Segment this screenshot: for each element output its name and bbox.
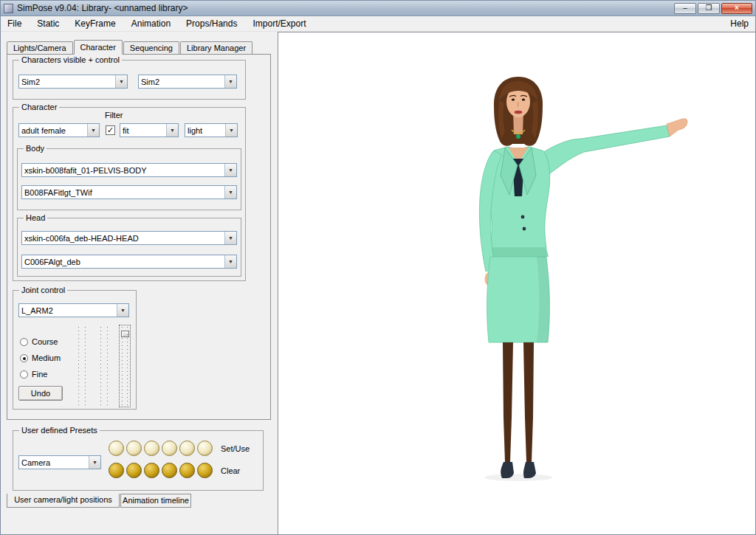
menu-import-export[interactable]: Import/Export — [252, 18, 306, 29]
dropdown-arrow-icon: ▼ — [224, 164, 236, 176]
preset-clear-button[interactable] — [197, 463, 213, 478]
preset-clear-button[interactable] — [144, 463, 159, 478]
joint-slider-x[interactable] — [76, 325, 88, 407]
lips — [515, 111, 523, 114]
jacket-button — [523, 227, 526, 231]
dropdown-arrow-icon: ▼ — [224, 255, 236, 268]
preset-clear-button[interactable] — [162, 463, 177, 478]
body-group-label: Body — [24, 144, 47, 153]
preset-slot-button[interactable] — [197, 441, 213, 456]
tab-animation-timeline[interactable]: Animation timeline — [120, 494, 191, 508]
tab-strip: Lights/Camera Character Sequencing Libra… — [7, 39, 253, 54]
dropdown-arrow-icon: ▼ — [166, 124, 178, 137]
joint-select[interactable]: L_ARM2 ▼ — [18, 303, 129, 317]
joint-slider-z[interactable] — [119, 325, 131, 407]
eye-right — [522, 98, 525, 100]
floor-shadow — [484, 474, 552, 481]
dropdown-arrow-icon: ▼ — [115, 75, 127, 88]
maximize-button[interactable]: ❐ — [698, 3, 720, 14]
leg-right — [523, 342, 534, 462]
close-button[interactable]: × — [721, 3, 752, 14]
menu-keyframe[interactable]: KeyFrame — [75, 18, 115, 29]
menu-bar: File Static KeyFrame Animation Props/Han… — [1, 16, 755, 32]
character-group-label: Character — [19, 103, 59, 111]
tab-lights-camera[interactable]: Lights/Camera — [7, 41, 73, 54]
dropdown-arrow-icon: ▼ — [224, 75, 236, 88]
radio-course-circle — [20, 338, 28, 346]
preset-clear-button[interactable] — [109, 463, 124, 478]
preset-slot-button[interactable] — [144, 441, 159, 456]
radio-medium[interactable]: Medium — [20, 353, 61, 362]
jacket-hem — [488, 248, 549, 257]
preset-slot-button[interactable] — [126, 441, 142, 456]
light-select[interactable]: light ▼ — [185, 123, 238, 137]
preset-slot-button[interactable] — [162, 441, 177, 456]
preset-target-select[interactable]: Camera ▼ — [18, 455, 101, 469]
filter-checkbox[interactable]: ✓ — [106, 125, 115, 135]
joint-control-group-label: Joint control — [19, 286, 67, 294]
characters-visible-group-label: Characters visible + control — [19, 55, 122, 64]
extended-arm-sleeve — [541, 125, 670, 176]
app-window: SimPose v9.04: Library- <unnamed library… — [0, 0, 756, 535]
dropdown-arrow-icon: ▼ — [225, 124, 237, 137]
app-icon — [4, 4, 13, 13]
radio-fine-circle — [20, 370, 28, 379]
tab-character[interactable]: Character — [74, 40, 123, 55]
slider-thumb[interactable] — [121, 331, 129, 337]
shoe-left — [501, 462, 514, 478]
preset-slot-button[interactable] — [179, 441, 195, 456]
minimize-button[interactable]: – — [674, 3, 696, 14]
menu-help[interactable]: Help — [730, 18, 749, 29]
body-mesh-select[interactable]: xskin-b008fafit_01-PELVIS-BODY ▼ — [21, 163, 237, 177]
tab-library-manager[interactable]: Library Manager — [180, 41, 252, 54]
jacket-button — [521, 215, 525, 219]
title-bar[interactable]: SimPose v9.04: Library- <unnamed library… — [1, 1, 755, 16]
body-group: Body — [17, 148, 241, 210]
preset-clear-button[interactable] — [179, 463, 195, 478]
extended-hand — [667, 119, 687, 137]
tab-sequencing[interactable]: Sequencing — [123, 41, 179, 54]
necklace-pendant — [516, 134, 520, 139]
dropdown-arrow-icon: ▼ — [224, 186, 236, 199]
radio-fine[interactable]: Fine — [20, 370, 47, 379]
head-mesh-select[interactable]: xskin-c006fa_deb-HEAD-HEAD ▼ — [21, 231, 237, 245]
clear-label: Clear — [221, 466, 240, 475]
character-select-left[interactable]: Sim2 ▼ — [18, 75, 128, 89]
preset-slot-button[interactable] — [109, 441, 124, 456]
menu-animation[interactable]: Animation — [131, 18, 171, 29]
filter-label: Filter — [105, 111, 123, 120]
joint-slider-y[interactable] — [98, 325, 110, 407]
menu-props-hands[interactable]: Props/Hands — [186, 18, 237, 29]
character-type-select[interactable]: adult female ▼ — [18, 123, 100, 137]
control-panel: Lights/Camera Character Sequencing Libra… — [1, 32, 278, 534]
dropdown-arrow-icon: ▼ — [89, 456, 100, 469]
menu-file[interactable]: File — [7, 18, 21, 29]
preset-row-bottom — [109, 463, 215, 478]
dropdown-arrow-icon: ▼ — [117, 304, 128, 317]
character-select-right[interactable]: Sim2 ▼ — [138, 75, 237, 89]
radio-course[interactable]: Course — [20, 337, 58, 346]
window-title: SimPose v9.04: Library- <unnamed library… — [17, 3, 188, 13]
radio-medium-circle — [20, 354, 28, 362]
preset-row-top — [109, 441, 215, 456]
dropdown-arrow-icon: ▼ — [224, 232, 236, 244]
character-render — [382, 71, 692, 484]
set-use-label: Set/Use — [221, 444, 250, 453]
undo-button[interactable]: Undo — [18, 386, 63, 401]
tab-user-camera-light-positions[interactable]: User camera/light positions — [7, 494, 120, 508]
shoe-right — [523, 462, 536, 478]
render-viewport[interactable] — [278, 32, 755, 534]
dropdown-arrow-icon: ▼ — [87, 124, 99, 137]
eye-left — [512, 98, 515, 100]
head-texture-select[interactable]: C006FAlgt_deb ▼ — [21, 255, 237, 269]
fit-select[interactable]: fit ▼ — [120, 123, 179, 137]
menu-static[interactable]: Static — [37, 18, 59, 29]
leg-left — [503, 342, 513, 462]
body-texture-select[interactable]: B008FAFitlgt_TWif ▼ — [21, 185, 237, 199]
head-group-label: Head — [24, 213, 47, 222]
presets-group-label: User defined Presets — [19, 426, 100, 435]
preset-clear-button[interactable] — [126, 463, 142, 478]
